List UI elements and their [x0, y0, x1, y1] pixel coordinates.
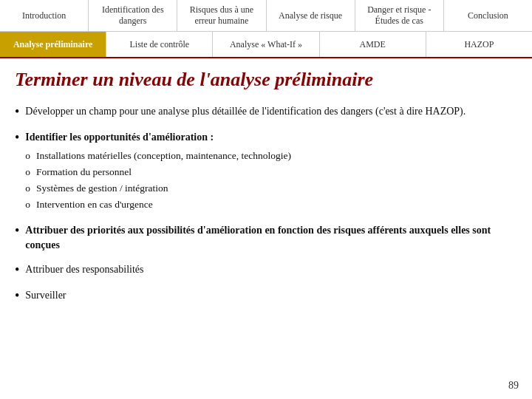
bullet-5: • Surveiller — [15, 288, 517, 305]
subnav-analyse-preliminaire[interactable]: Analyse préliminaire — [0, 32, 106, 57]
bullet-text-1: Développer un champ pour une analyse plu… — [25, 104, 466, 119]
nav-risques[interactable]: Risques dus à une erreur humaine — [177, 0, 266, 31]
sub-item-2-2: o Formation du personnel — [25, 166, 291, 180]
bullet-text-4: Attribuer des responsabilités — [25, 262, 143, 277]
page-title: Terminer un niveau de l'analyse prélimin… — [15, 69, 517, 91]
sub-item-2-4: o Intervention en cas d'urgence — [25, 198, 291, 212]
bullet-4: • Attribuer des responsabilités — [15, 262, 517, 279]
bullet-2: • Identifier les opportunités d'améliora… — [15, 130, 517, 214]
nav-analyse[interactable]: Analyse de risque — [267, 0, 355, 31]
sub-list-2: o Installations matérielles (conception,… — [25, 149, 291, 212]
bullet-dot-3: • — [15, 222, 19, 240]
sub-item-2-3: o Systèmes de gestion / intégration — [25, 182, 291, 196]
sub-item-2-1: o Installations matérielles (conception,… — [25, 149, 291, 163]
nav-introduction[interactable]: Introduction — [0, 0, 89, 31]
bullet-dot-5: • — [15, 287, 19, 305]
bullet-text-3: Attribuer des priorités aux possibilités… — [25, 223, 517, 253]
bullet-1: • Développer un champ pour une analyse p… — [15, 104, 517, 121]
subnav-liste-controle[interactable]: Liste de contrôle — [106, 32, 213, 57]
bullet-dot-1: • — [15, 103, 19, 121]
subnav-hazop[interactable]: HAZOP — [426, 32, 532, 57]
subnav-what-if[interactable]: Analyse « What-If » — [213, 32, 319, 57]
nav-danger[interactable]: Danger et risque - Études de cas — [355, 0, 444, 31]
bullet-text-5: Surveiller — [25, 288, 66, 303]
nav-conclusion[interactable]: Conclusion — [444, 0, 532, 31]
bullet-dot-4: • — [15, 261, 19, 279]
sub-nav: Analyse préliminaire Liste de contrôle A… — [0, 32, 532, 58]
main-content: Terminer un niveau de l'analyse prélimin… — [0, 58, 532, 321]
bullet-text-2: Identifier les opportunités d'améliorati… — [25, 132, 214, 143]
bullet-3: • Attribuer des priorités aux possibilit… — [15, 223, 517, 253]
bullet-dot-2: • — [15, 129, 19, 147]
page-number: 89 — [508, 380, 519, 392]
nav-identification[interactable]: Identification des dangers — [89, 0, 177, 31]
subnav-amde[interactable]: AMDE — [320, 32, 426, 57]
top-nav: Introduction Identification des dangers … — [0, 0, 532, 32]
